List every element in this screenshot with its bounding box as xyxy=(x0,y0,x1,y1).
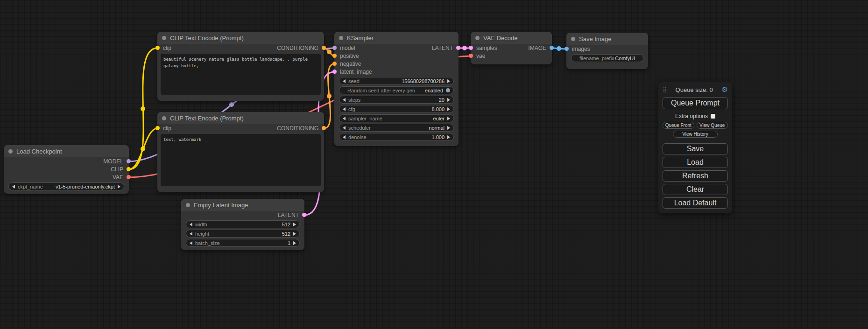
collapse-dot[interactable] xyxy=(8,149,13,154)
node-title-bar: VAE Decode xyxy=(471,32,552,44)
output-slot-vae[interactable] xyxy=(127,175,131,179)
extra-options-label: Extra options xyxy=(675,113,708,119)
input-slot-vae[interactable] xyxy=(469,54,473,58)
collapse-dot[interactable] xyxy=(571,37,575,41)
collapse-dot[interactable] xyxy=(162,36,166,40)
output-label-conditioning: CONDITIONING xyxy=(277,125,318,132)
input-slot-positive[interactable] xyxy=(332,54,337,58)
widget-random-seed-toggle[interactable]: Random seed after every gen enabled xyxy=(339,86,454,94)
increment-arrow-icon[interactable] xyxy=(447,79,450,83)
extra-options-checkbox[interactable] xyxy=(711,114,715,119)
node-title: VAE Decode xyxy=(483,35,517,42)
load-button[interactable]: Load xyxy=(663,157,728,168)
view-queue-button[interactable]: View Queue xyxy=(697,122,728,129)
increment-arrow-icon[interactable] xyxy=(293,232,296,236)
node-title: KSampler xyxy=(347,35,374,42)
widget-width[interactable]: width 512 xyxy=(186,220,300,228)
increment-arrow-icon[interactable] xyxy=(447,107,450,111)
output-slot-model[interactable] xyxy=(127,159,131,163)
node-vae-decode[interactable]: VAE Decode samples IMAGE vae xyxy=(471,32,552,64)
drag-handle-icon[interactable]: ⣿ xyxy=(663,86,667,93)
widget-scheduler[interactable]: scheduler normal xyxy=(339,124,454,132)
widget-label: filename_prefix xyxy=(579,56,614,61)
widget-seed[interactable]: seed 156680208700286 xyxy=(339,77,454,85)
prev-value-arrow-icon[interactable] xyxy=(343,126,346,130)
input-slot-clip[interactable] xyxy=(155,126,160,130)
output-slot-latent[interactable] xyxy=(302,213,306,217)
widget-value: 156680208700286 xyxy=(402,78,445,84)
next-value-arrow-icon[interactable] xyxy=(447,126,450,130)
slot-row: clip CONDITIONING xyxy=(157,44,324,52)
input-slot-samples[interactable] xyxy=(469,46,473,50)
decrement-arrow-icon[interactable] xyxy=(343,79,346,83)
input-slot-model[interactable] xyxy=(332,46,337,50)
widget-cfg[interactable]: cfg 8.000 xyxy=(339,105,454,113)
output-label-image: IMAGE xyxy=(528,45,546,51)
increment-arrow-icon[interactable] xyxy=(447,98,450,102)
widget-value: euler xyxy=(433,116,445,121)
clear-button[interactable]: Clear xyxy=(663,184,728,195)
node-load-checkpoint[interactable]: Load Checkpoint MODEL CLIP VAE ckpt_name… xyxy=(4,145,129,194)
queue-front-button[interactable]: Queue Front xyxy=(663,122,694,129)
next-value-arrow-icon[interactable] xyxy=(118,185,120,189)
input-slot-clip[interactable] xyxy=(155,46,160,50)
input-label-positive: positive xyxy=(340,53,359,59)
collapse-dot[interactable] xyxy=(475,36,480,40)
decrement-arrow-icon[interactable] xyxy=(190,223,192,226)
node-clip-text-encode-negative[interactable]: CLIP Text Encode (Prompt) clip CONDITION… xyxy=(157,112,324,192)
slot-row: images xyxy=(566,45,648,53)
node-save-image[interactable]: Save Image images filename_prefix ComfyU… xyxy=(566,33,648,69)
toggle-knob-icon[interactable] xyxy=(446,88,450,92)
collapse-dot[interactable] xyxy=(186,203,190,207)
input-label-images: images xyxy=(572,46,590,52)
increment-arrow-icon[interactable] xyxy=(447,135,450,139)
positive-prompt-textarea[interactable]: beautiful scenery nature glass bottle la… xyxy=(161,54,321,95)
widget-ckpt-name[interactable]: ckpt_name v1-5-pruned-emaonly.ckpt xyxy=(8,182,124,190)
node-ksampler[interactable]: KSampler model LATENT positive negative … xyxy=(334,32,459,146)
input-slot-negative[interactable] xyxy=(332,62,337,66)
node-clip-text-encode-positive[interactable]: CLIP Text Encode (Prompt) clip CONDITION… xyxy=(157,32,324,101)
widget-value: 1.000 xyxy=(431,134,445,140)
widget-steps[interactable]: steps 20 xyxy=(339,96,454,104)
output-slot-image[interactable] xyxy=(550,46,554,50)
output-slot-conditioning[interactable] xyxy=(322,46,326,50)
save-button[interactable]: Save xyxy=(663,143,728,154)
settings-gear-icon[interactable]: ⚙ xyxy=(722,85,728,94)
decrement-arrow-icon[interactable] xyxy=(190,232,192,236)
widget-batch-size[interactable]: batch_size 1 xyxy=(186,239,300,247)
node-title-bar: CLIP Text Encode (Prompt) xyxy=(157,32,324,44)
load-default-button[interactable]: Load Default xyxy=(663,197,728,209)
widget-denoise[interactable]: denoise 1.000 xyxy=(339,133,454,141)
collapse-dot[interactable] xyxy=(162,116,166,120)
widget-value: 512 xyxy=(282,231,290,237)
prev-value-arrow-icon[interactable] xyxy=(12,185,15,189)
decrement-arrow-icon[interactable] xyxy=(190,241,192,245)
widget-label: width xyxy=(195,222,207,227)
view-history-button[interactable]: View History xyxy=(673,131,718,138)
next-value-arrow-icon[interactable] xyxy=(447,117,450,120)
increment-arrow-icon[interactable] xyxy=(293,241,296,245)
input-label-latent-image: latent_image xyxy=(340,69,372,75)
output-slot-conditioning[interactable] xyxy=(322,126,326,130)
widget-filename-prefix[interactable]: filename_prefix ComfyUI xyxy=(571,54,643,62)
widget-label: scheduler xyxy=(348,125,371,131)
collapse-dot[interactable] xyxy=(339,36,343,40)
refresh-button[interactable]: Refresh xyxy=(663,170,728,182)
input-slot-latent-image[interactable] xyxy=(332,70,337,74)
output-slot-clip[interactable] xyxy=(127,167,131,171)
negative-prompt-textarea[interactable]: text, watermark xyxy=(161,134,321,186)
widget-height[interactable]: height 512 xyxy=(186,230,300,238)
decrement-arrow-icon[interactable] xyxy=(343,107,346,111)
node-title: CLIP Text Encode (Prompt) xyxy=(170,115,244,122)
increment-arrow-icon[interactable] xyxy=(293,223,296,226)
node-title-bar: KSampler xyxy=(334,32,459,44)
node-empty-latent-image[interactable]: Empty Latent Image LATENT width 512 heig… xyxy=(181,199,304,250)
input-slot-images[interactable] xyxy=(565,47,569,51)
decrement-arrow-icon[interactable] xyxy=(343,135,346,139)
queue-prompt-button[interactable]: Queue Prompt xyxy=(663,97,728,109)
slot-row: CLIP xyxy=(4,165,129,173)
prev-value-arrow-icon[interactable] xyxy=(343,117,346,120)
output-slot-latent[interactable] xyxy=(456,46,460,50)
decrement-arrow-icon[interactable] xyxy=(343,98,346,102)
widget-sampler-name[interactable]: sampler_name euler xyxy=(339,114,454,122)
